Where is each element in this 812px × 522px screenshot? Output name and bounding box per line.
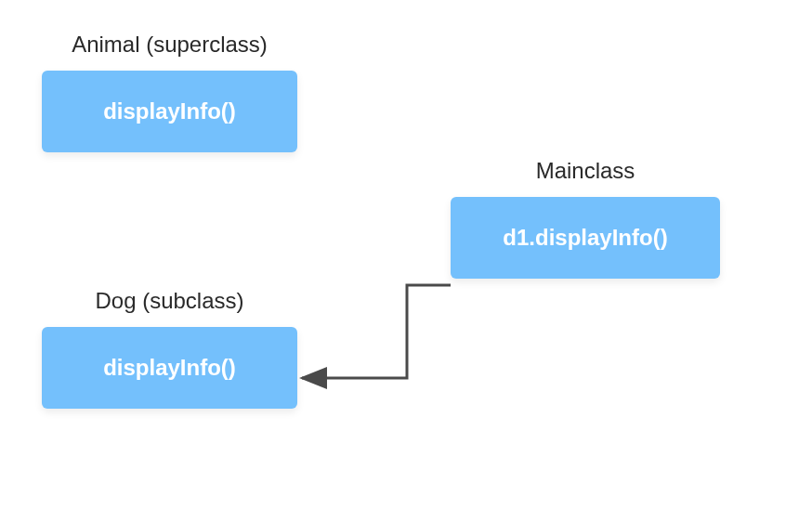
main-method-box: d1.displayInfo() [451, 197, 720, 279]
animal-superclass-block: Animal (superclass) displayInfo() [42, 32, 297, 152]
animal-label: Animal (superclass) [42, 32, 297, 58]
dog-subclass-block: Dog (subclass) displayInfo() [42, 288, 297, 409]
mainclass-block: Mainclass d1.displayInfo() [451, 158, 720, 279]
main-label: Mainclass [451, 158, 720, 184]
dog-label: Dog (subclass) [42, 288, 297, 314]
animal-method-box: displayInfo() [42, 71, 297, 152]
dog-method-box: displayInfo() [42, 327, 297, 409]
